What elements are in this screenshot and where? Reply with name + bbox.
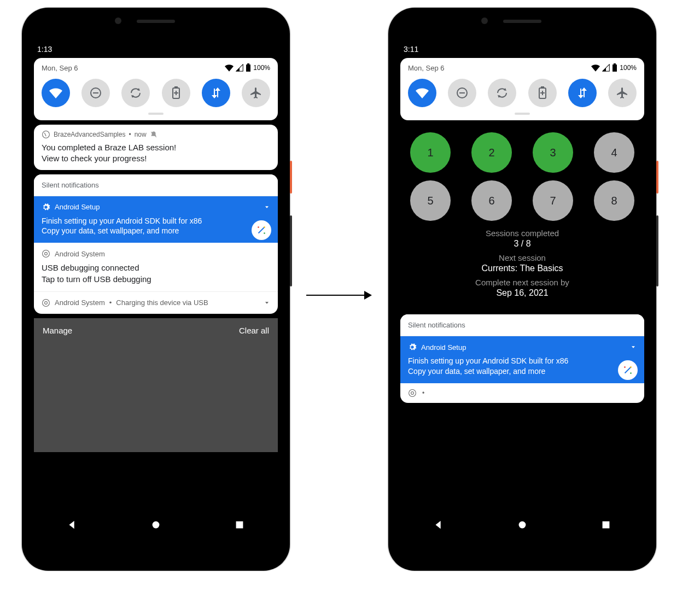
- nav-home[interactable]: [150, 519, 162, 531]
- qs-airplane[interactable]: [608, 79, 637, 107]
- sys-app: Android System: [55, 250, 105, 258]
- qs-airplane[interactable]: [242, 79, 270, 107]
- setup-title: Finish setting up your Android SDK built…: [42, 216, 244, 226]
- notification-android-setup[interactable]: Android Setup Finish setting up your And…: [400, 336, 644, 383]
- data-icon: [211, 86, 221, 99]
- qs-handle[interactable]: [515, 113, 530, 115]
- notif-app-name: BrazeAdvancedSamples: [54, 131, 125, 138]
- navbar: [31, 512, 281, 538]
- wifi-icon: [416, 87, 429, 98]
- status-time: 1:13: [31, 40, 281, 58]
- progress-circle-4: 4: [594, 132, 634, 173]
- notif-title: You completed a Braze LAB session!: [42, 142, 270, 153]
- progress-circle-7: 7: [533, 180, 573, 221]
- qs-battery-saver[interactable]: [162, 79, 190, 107]
- notification-progress[interactable]: 1234 5678 Sessions completed 3 / 8 Next …: [400, 125, 644, 310]
- nav-recent[interactable]: [600, 519, 612, 531]
- battery-pct: 100%: [620, 64, 637, 72]
- qs-date: Mon, Sep 6: [408, 64, 445, 72]
- svg-point-29: [411, 391, 414, 394]
- svg-line-24: [625, 367, 631, 373]
- notif-time: now: [135, 131, 147, 138]
- svg-rect-31: [602, 522, 609, 529]
- svg-point-10: [264, 232, 265, 234]
- system-icon: [42, 298, 50, 307]
- due-value: Sep 16, 2021: [410, 288, 634, 298]
- chevron-down-icon[interactable]: [264, 300, 270, 306]
- battery-pct: 100%: [253, 64, 270, 72]
- transition-arrow: [306, 290, 372, 301]
- qs-wifi[interactable]: [42, 79, 70, 107]
- notification-braze[interactable]: BrazeAdvancedSamples • now You completed…: [34, 125, 278, 170]
- progress-circle-2: 2: [471, 132, 512, 173]
- qs-date: Mon, Sep 6: [42, 64, 78, 72]
- qs-data[interactable]: [202, 79, 230, 107]
- svg-point-25: [624, 366, 626, 368]
- signal-icon: [236, 64, 243, 72]
- svg-point-11: [264, 226, 265, 228]
- svg-rect-23: [541, 86, 544, 88]
- bell-slash-icon: [150, 131, 158, 138]
- progress-circle-8: 8: [594, 180, 634, 221]
- nav-recent[interactable]: [234, 519, 246, 531]
- status-icons: 100%: [591, 63, 637, 72]
- svg-rect-18: [612, 65, 617, 72]
- svg-rect-17: [236, 522, 243, 529]
- svg-point-6: [43, 131, 50, 138]
- svg-rect-0: [246, 65, 250, 72]
- navbar: [397, 512, 648, 538]
- qs-rotate[interactable]: [488, 79, 516, 107]
- nav-home[interactable]: [516, 519, 528, 531]
- progress-circle-1: 1: [410, 132, 451, 173]
- svg-point-14: [43, 299, 50, 306]
- nav-back[interactable]: [433, 519, 445, 531]
- progress-circle-5: 5: [410, 180, 451, 221]
- notification-collapsed-peek[interactable]: •: [400, 383, 644, 403]
- status-time: 3:11: [397, 40, 648, 58]
- notification-android-setup[interactable]: Android Setup Finish setting up your And…: [34, 196, 278, 243]
- progress-circle-6: 6: [471, 180, 512, 221]
- svg-rect-19: [614, 63, 616, 65]
- qs-data[interactable]: [568, 79, 597, 107]
- gear-icon: [408, 343, 417, 352]
- svg-point-30: [519, 522, 526, 529]
- qs-rotate[interactable]: [121, 79, 150, 107]
- svg-point-26: [630, 372, 632, 374]
- notification-charging[interactable]: Android System • Charging this device vi…: [34, 291, 278, 314]
- clear-all-button[interactable]: Clear all: [239, 326, 269, 335]
- quick-settings-panel: Mon, Sep 6 100%: [400, 58, 644, 120]
- setup-app: Android Setup: [55, 203, 100, 211]
- svg-point-28: [409, 389, 416, 396]
- silent-notifications-group: Silent notifications Android Setup Finis…: [400, 314, 644, 403]
- collapsed-app: Android System: [55, 298, 105, 307]
- setup-app: Android Setup: [421, 343, 466, 352]
- svg-rect-1: [247, 63, 249, 65]
- progress-circle-3: 3: [533, 132, 573, 173]
- chevron-down-icon[interactable]: [630, 344, 637, 350]
- system-icon: [408, 389, 417, 397]
- notification-android-system[interactable]: Android System USB debugging connected T…: [34, 243, 278, 291]
- qs-dnd[interactable]: [448, 79, 476, 107]
- screen-left: 1:13 Mon, Sep 6 100%: [31, 40, 281, 538]
- qs-wifi[interactable]: [408, 79, 436, 107]
- status-icons: 100%: [225, 63, 270, 72]
- silent-header: Silent notifications: [34, 174, 278, 196]
- sys-body: Tap to turn off USB debugging: [42, 274, 270, 285]
- qs-dnd[interactable]: [81, 79, 110, 107]
- chevron-down-icon[interactable]: [264, 204, 270, 210]
- qs-battery-saver[interactable]: [528, 79, 557, 107]
- airplane-icon: [249, 86, 262, 99]
- next-session-value: Currents: The Basics: [410, 264, 634, 273]
- svg-point-9: [258, 226, 259, 228]
- phone-left: 1:13 Mon, Sep 6 100%: [22, 8, 290, 571]
- qs-handle[interactable]: [148, 113, 164, 115]
- rotate-icon: [495, 86, 509, 99]
- wifi-icon: [49, 87, 62, 98]
- svg-point-13: [45, 253, 48, 255]
- battery-saver-icon: [172, 86, 180, 99]
- wifi-icon: [225, 64, 234, 72]
- nav-back[interactable]: [66, 519, 78, 531]
- manage-button[interactable]: Manage: [43, 326, 72, 335]
- notif-body: View to check your progress!: [42, 153, 270, 164]
- sessions-value: 3 / 8: [410, 239, 634, 249]
